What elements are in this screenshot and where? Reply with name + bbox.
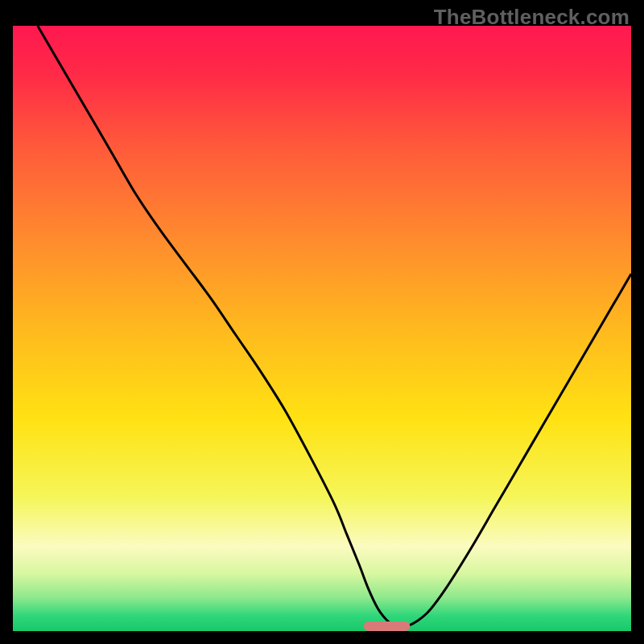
chart-frame — [13, 26, 631, 631]
bottleneck-chart — [13, 26, 631, 631]
optimal-marker — [364, 621, 411, 631]
gradient-background — [13, 26, 631, 631]
